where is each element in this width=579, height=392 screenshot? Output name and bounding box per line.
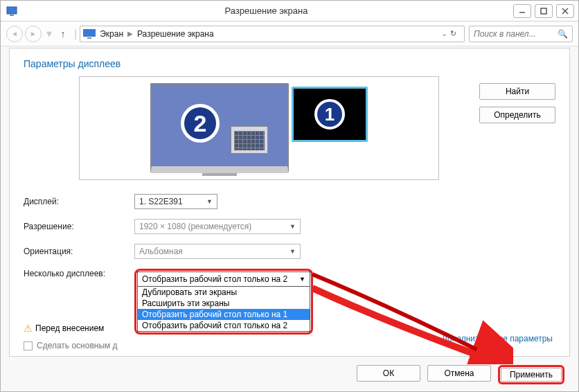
footer-buttons: ОК Отмена Применить — [357, 365, 564, 384]
primary-checkbox[interactable] — [24, 341, 33, 350]
search-icon[interactable]: 🔍 — [558, 29, 568, 39]
monitor-1[interactable]: 1 — [292, 87, 368, 142]
titlebar: Разрешение экрана — [1, 1, 578, 21]
highlight-frame: Отобразить рабочий стол только на 2▼ Дуб… — [134, 269, 313, 335]
apply-highlight-frame: Применить — [498, 365, 564, 384]
chevron-right-icon: ▶ — [127, 30, 133, 37]
address-bar[interactable]: Экран ▶ Разрешение экрана ⌄ ↻ — [80, 26, 465, 42]
side-buttons: Найти Определить — [479, 83, 555, 123]
refresh-icon[interactable]: ↻ — [450, 29, 461, 38]
select-multi-list: Дублировать эти экраны Расширить эти экр… — [137, 287, 310, 332]
identify-button[interactable]: Определить — [479, 107, 555, 123]
multi-option-extend[interactable]: Расширить эти экраны — [138, 298, 310, 309]
select-multi-value: Отобразить рабочий стол только на 2 — [142, 274, 287, 284]
select-resolution[interactable]: 1920 × 1080 (рекомендуется)▼ — [134, 219, 301, 234]
select-orientation-value: Альбомная — [139, 247, 183, 256]
nav-forward-button[interactable]: ► — [25, 26, 42, 42]
cancel-button[interactable]: Отмена — [427, 365, 491, 382]
row-orientation: Ориентация: Альбомная▼ — [24, 244, 555, 259]
window: Разрешение экрана ◄ ► ▾ ↑ | Экран ▶ Разр… — [0, 0, 579, 392]
monitor-1-badge: 1 — [314, 99, 345, 130]
chevron-down-icon: ▼ — [199, 198, 213, 205]
app-icon — [6, 6, 17, 17]
close-button[interactable] — [556, 4, 574, 18]
minimize-button[interactable] — [513, 4, 531, 18]
search-input[interactable] — [474, 29, 550, 39]
chevron-down-icon: ▼ — [299, 276, 305, 283]
address-dropdown-icon[interactable]: ⌄ — [441, 29, 447, 38]
find-button[interactable]: Найти — [479, 83, 555, 100]
label-orientation: Ориентация: — [24, 247, 134, 256]
multi-option-only2[interactable]: Отобразить рабочий стол только на 2 — [138, 320, 310, 331]
select-resolution-value: 1920 × 1080 (рекомендуется) — [139, 222, 251, 231]
window-controls — [510, 4, 574, 18]
monitor-2[interactable]: 2 — [150, 83, 289, 173]
warning-icon: ⚠ — [24, 323, 33, 334]
svg-rect-3 — [541, 8, 546, 14]
label-multi: Несколько дисплеев: — [24, 269, 134, 278]
row-resolution: Разрешение: 1920 × 1080 (рекомендуется)▼ — [24, 219, 555, 234]
advanced-link[interactable]: Дополнительные параметры — [442, 334, 553, 344]
nav-back-button[interactable]: ◄ — [6, 26, 23, 42]
warning-row: ⚠ Перед внесением — [24, 323, 104, 334]
select-multi[interactable]: Отобразить рабочий стол только на 2▼ — [137, 271, 310, 287]
display-preview[interactable]: 2 1 — [79, 76, 439, 180]
display-preview-row: 2 1 Найти Определить — [24, 76, 555, 180]
multi-option-duplicate[interactable]: Дублировать эти экраны — [138, 287, 310, 298]
calendar-icon — [231, 126, 268, 154]
breadcrumb-current[interactable]: Разрешение экрана — [137, 29, 214, 39]
multi-option-only1[interactable]: Отобразить рабочий стол только на 1 — [138, 309, 310, 320]
nav-separator: ▾ — [46, 27, 52, 40]
display-icon — [83, 29, 96, 39]
chevron-down-icon: ▼ — [283, 223, 296, 230]
svg-rect-0 — [7, 7, 17, 14]
monitor-2-badge: 2 — [181, 104, 220, 143]
ok-button[interactable]: ОК — [357, 365, 420, 382]
svg-rect-1 — [10, 15, 14, 16]
content-panel: Параметры дисплеев 2 1 Найти Определить … — [9, 48, 570, 357]
navbar: ◄ ► ▾ ↑ | Экран ▶ Разрешение экрана ⌄ ↻ … — [1, 21, 578, 46]
breadcrumb-root[interactable]: Экран — [100, 29, 123, 39]
select-display[interactable]: 1. S22E391▼ — [134, 194, 217, 209]
section-title: Параметры дисплеев — [24, 58, 555, 69]
svg-rect-6 — [83, 29, 96, 37]
row-display: Дисплей: 1. S22E391▼ — [24, 194, 555, 209]
label-display: Дисплей: — [24, 197, 134, 206]
primary-checkbox-row: Сделать основным д — [24, 341, 118, 350]
chevron-down-icon: ▼ — [283, 248, 296, 255]
select-orientation[interactable]: Альбомная▼ — [134, 244, 301, 259]
nav-up-button[interactable]: ↑ — [56, 26, 70, 42]
search-bar[interactable]: 🔍 — [469, 26, 573, 42]
apply-button[interactable]: Применить — [501, 368, 562, 382]
svg-rect-7 — [87, 37, 91, 39]
warning-text: Перед внесением — [35, 323, 104, 333]
window-title: Разрешение экрана — [23, 6, 510, 16]
maximize-button[interactable] — [535, 4, 553, 18]
label-resolution: Разрешение: — [24, 222, 134, 231]
multi-dropdown-area: Отобразить рабочий стол только на 2▼ Дуб… — [134, 269, 313, 335]
select-display-value: 1. S22E391 — [139, 197, 183, 206]
primary-checkbox-label: Сделать основным д — [37, 341, 118, 350]
